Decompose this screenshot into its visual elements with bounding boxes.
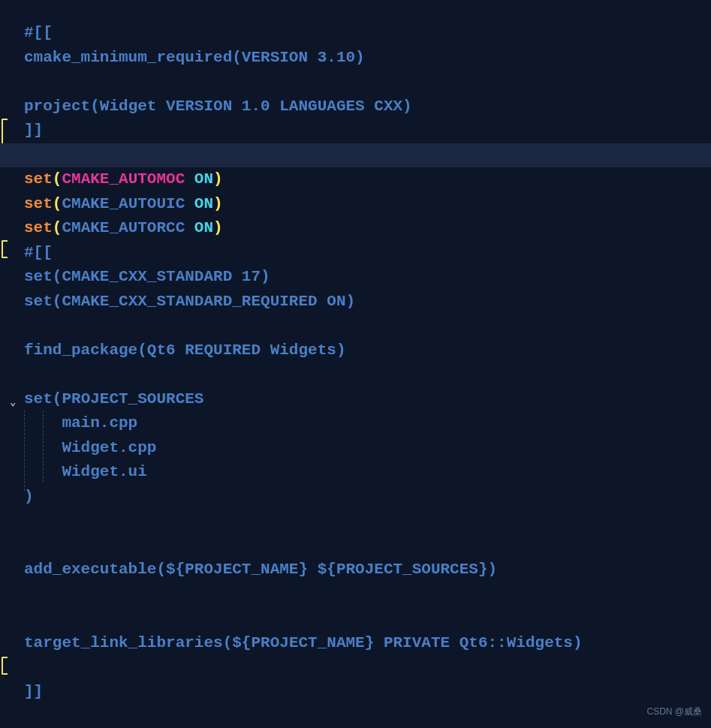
code-line: cmake_minimum_required(VERSION 3.10) [24, 46, 711, 71]
code-editor[interactable]: #[[ cmake_minimum_required(VERSION 3.10)… [0, 0, 711, 704]
code-line [24, 582, 711, 607]
code-line: Widget.cpp [24, 436, 711, 461]
code-line [24, 362, 711, 387]
code-line: set(CMAKE_AUTOUIC ON) [24, 192, 711, 217]
code-line: ]] [24, 680, 711, 705]
code-line [24, 70, 711, 95]
code-line: find_package(Qt6 REQUIRED Widgets) [24, 338, 711, 363]
code-line [24, 314, 711, 338]
code-line: set(PROJECT_SOURCES [24, 387, 711, 412]
code-line: set(CMAKE_AUTORCC ON) [24, 216, 711, 241]
code-line-current [0, 143, 711, 168]
code-line [24, 606, 711, 631]
code-line: add_executable(${PROJECT_NAME} ${PROJECT… [24, 558, 711, 582]
code-line: #[[ [24, 21, 711, 46]
watermark: CSDN @威桑 [646, 699, 702, 724]
code-line: ]] [24, 119, 711, 143]
code-line: #[[ [24, 241, 711, 266]
code-line [24, 509, 711, 534]
code-line: ) [24, 485, 711, 510]
code-line: main.cpp [24, 411, 711, 436]
code-line: target_link_libraries(${PROJECT_NAME} PR… [24, 631, 711, 656]
code-line [24, 534, 711, 558]
code-line: set(CMAKE_AUTOMOC ON) [24, 167, 711, 192]
code-line: set(CMAKE_CXX_STANDARD_REQUIRED ON) [24, 290, 711, 314]
code-line: Widget.ui [24, 460, 711, 485]
code-line: set(CMAKE_CXX_STANDARD 17) [24, 265, 711, 290]
code-line: project(Widget VERSION 1.0 LANGUAGES CXX… [24, 95, 711, 119]
code-line [24, 655, 711, 680]
